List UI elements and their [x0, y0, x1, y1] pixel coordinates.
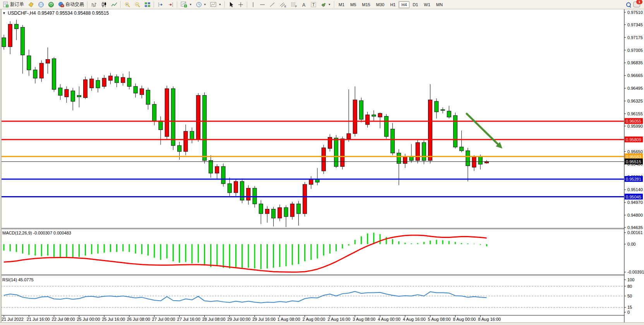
chevron-down-icon: ▼ — [219, 3, 221, 6]
price-tick-label: 0.97510 — [627, 10, 643, 15]
time-tick-label: 22 Jul 08:00 — [52, 317, 75, 322]
arrows-button[interactable]: ▼ — [319, 0, 333, 9]
zoom-in-button[interactable] — [122, 0, 132, 9]
svg-text:0.95515: 0.95515 — [626, 159, 641, 164]
timeframe-m30-button[interactable]: M30 — [373, 1, 387, 8]
autotrade-icon — [58, 2, 64, 8]
time-tick-label: 4 Aug 16:00 — [403, 317, 426, 322]
chart-shift-button[interactable] — [156, 0, 166, 9]
chart-shift-icon — [158, 2, 164, 8]
price-tick-label: 0.96665 — [627, 73, 643, 78]
macd-label: MACD(12,26,9) -0.000307 0.000483 — [2, 231, 71, 235]
timeframe-m1-button[interactable]: M1 — [336, 1, 347, 8]
search-button[interactable] — [626, 2, 631, 7]
timeframe-group: M1M5M15M30H1H4D1W1MN — [336, 1, 445, 8]
text-button[interactable]: A — [299, 0, 308, 9]
indicators-button[interactable]: ▼ — [179, 0, 194, 9]
macd-axis-label: -0.00391 — [627, 270, 644, 274]
time-tick-label: 3 Aug 08:00 — [353, 317, 375, 322]
template-icon — [210, 2, 217, 8]
cursor-button[interactable] — [226, 0, 236, 9]
time-tick-label: 2 Aug 16:00 — [327, 317, 350, 322]
fibonacci-icon: F — [290, 2, 297, 8]
timeframe-m15-button[interactable]: M15 — [359, 1, 373, 8]
toolbar-separator — [87, 1, 88, 8]
time-tick-label: 25 Jul 00:00 — [77, 317, 100, 322]
zoom-out-icon — [134, 2, 140, 8]
fibonacci-button[interactable]: F — [288, 0, 299, 9]
svg-text:0.95809: 0.95809 — [626, 137, 641, 142]
zoom-out-button[interactable] — [132, 0, 142, 9]
zoom-in-icon — [124, 2, 130, 8]
timeframe-w1-button[interactable]: W1 — [421, 1, 433, 8]
time-tick-label: 4 Aug 00:00 — [378, 317, 401, 322]
auto-scroll-button[interactable] — [166, 0, 176, 9]
tile-windows-button[interactable] — [142, 0, 152, 9]
toolbar: 新订单 自动交易 ▼ ▼ — [0, 0, 644, 9]
horizontal-line-button[interactable] — [257, 0, 267, 9]
chart-canvas[interactable]: 0.975100.973450.971750.970050.968350.966… — [0, 9, 644, 322]
signal-icon — [48, 2, 54, 8]
svg-text:A: A — [302, 2, 305, 7]
crosshair-button[interactable] — [236, 0, 246, 9]
chart-title[interactable]: ▼ USDCHF-,H4 0.95497 0.95534 0.95488 0.9… — [2, 10, 109, 16]
trendline-icon — [269, 2, 276, 8]
time-tick-label: 27 Jul 00:00 — [152, 317, 175, 322]
price-tick-label: 0.97175 — [627, 35, 643, 40]
timeframe-d1-button[interactable]: D1 — [410, 1, 421, 8]
price-tick-label: 0.95990 — [627, 124, 643, 128]
arrow-shapes-icon — [320, 2, 327, 8]
chevron-down-icon: ▼ — [328, 3, 331, 6]
autotrade-button[interactable]: 自动交易 — [56, 0, 86, 9]
time-tick-label: 8 Aug 16:00 — [478, 317, 501, 322]
periods-button[interactable]: ▼ — [194, 0, 208, 9]
rsi-axis-label: 100 — [627, 277, 634, 282]
timeframe-m5-button[interactable]: M5 — [348, 1, 359, 8]
notification-badge: 1 — [636, 0, 642, 4]
vertical-line-icon — [251, 2, 255, 8]
candlestick-button[interactable] — [99, 0, 109, 9]
chevron-down-icon: ▼ — [189, 3, 192, 6]
chart-dropdown-icon[interactable]: ▼ — [2, 11, 6, 15]
rsi-axis-label: 0 — [627, 310, 630, 315]
svg-text:0.95045: 0.95045 — [626, 195, 641, 199]
channel-button[interactable]: E — [277, 0, 288, 9]
cursor-icon — [228, 2, 234, 8]
line-chart-icon — [111, 2, 117, 8]
time-tick-label: 25 Jul 16:00 — [102, 317, 125, 322]
toolbar-separator — [154, 1, 154, 8]
svg-text:T: T — [312, 3, 315, 7]
bar-chart-button[interactable] — [89, 0, 99, 9]
timeframe-h1-button[interactable]: H1 — [387, 1, 398, 8]
svg-text:F: F — [295, 5, 297, 8]
time-tick-label: 29 Jul 16:00 — [252, 317, 276, 322]
timeframe-mn-button[interactable]: MN — [433, 1, 445, 8]
window-left-edge — [0, 9, 2, 322]
time-tick-label: 26 Jul 08:00 — [127, 317, 150, 322]
line-chart-button[interactable] — [109, 0, 119, 9]
crosshair-icon — [238, 2, 244, 8]
indicators-icon — [181, 2, 188, 8]
bar-chart-icon — [91, 2, 97, 8]
price-tick-label: 0.94970 — [627, 200, 643, 205]
community-button[interactable] — [36, 0, 46, 9]
time-tick-label: 28 Jul 08:00 — [202, 317, 225, 322]
clock-icon — [196, 2, 202, 8]
price-tick-label: 0.97345 — [627, 22, 643, 27]
autotrade-label: 自动交易 — [65, 1, 84, 8]
timeframe-h4-button[interactable]: H4 — [399, 1, 409, 8]
notifications-button[interactable]: 1 — [633, 2, 640, 7]
equidistant-channel-icon: E — [279, 2, 286, 8]
templates-button[interactable]: ▼ — [208, 0, 223, 9]
sticky-note-button[interactable] — [26, 0, 36, 9]
horizontal-line-icon — [259, 2, 265, 8]
vertical-line-button[interactable] — [249, 0, 257, 9]
rsi-axis-label: 15 — [627, 305, 632, 310]
new-order-button[interactable]: 新订单 — [1, 0, 26, 9]
person-cloud-icon — [38, 2, 44, 8]
signal-button[interactable] — [46, 0, 56, 9]
text-label-icon: T — [310, 2, 317, 8]
svg-text:0.96055: 0.96055 — [626, 119, 641, 123]
text-label-button[interactable]: T — [308, 0, 319, 9]
trendline-button[interactable] — [267, 0, 277, 9]
